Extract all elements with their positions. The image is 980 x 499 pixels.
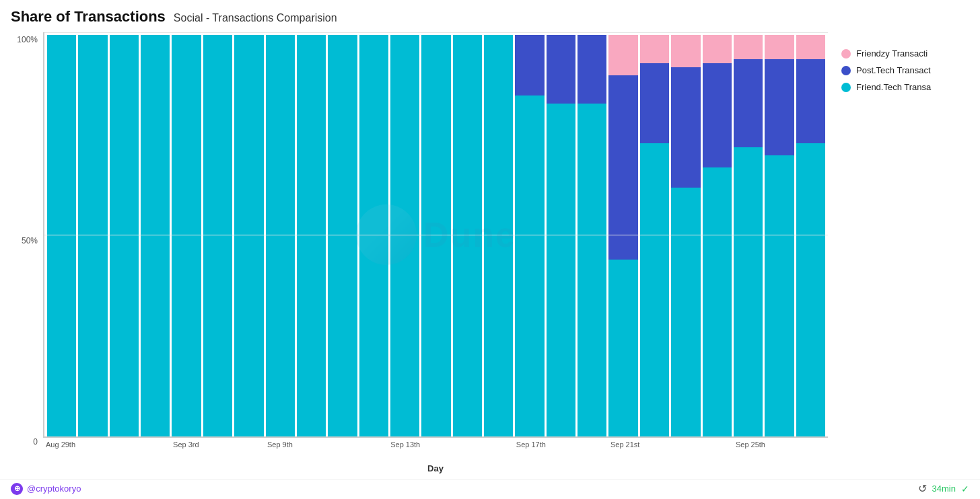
legend: Friendzy TransactiPost.Tech TransactFrie…	[828, 8, 969, 473]
bar-segment-friendzy	[671, 35, 700, 67]
check-icon: ✓	[961, 484, 969, 494]
bar-segment-friendtech	[266, 35, 295, 436]
legend-label-friendzy: Friendzy Transacti	[856, 48, 928, 59]
bar-group	[453, 35, 482, 436]
y-label-0: 0	[33, 437, 38, 447]
bar-segment-friendtech	[421, 35, 450, 436]
bar-segment-posttech	[640, 63, 669, 143]
refresh-icon[interactable]: ↺	[918, 482, 927, 495]
bar-segment-friendtech	[141, 35, 170, 436]
bar-group	[421, 35, 450, 436]
x-label: Sep 3rd	[173, 438, 199, 462]
bar-group	[484, 35, 513, 436]
chart-header: Share of Transactions Social - Transacti…	[11, 8, 828, 26]
bar-segment-friendtech	[608, 260, 637, 436]
bar-group	[734, 35, 763, 436]
bar-group	[110, 35, 139, 436]
bar-segment-friendtech	[671, 188, 700, 436]
bar-segment-friendzy	[796, 35, 825, 59]
bar-segment-friendtech	[203, 35, 232, 436]
x-label-group	[454, 438, 483, 462]
x-label-group	[641, 438, 671, 462]
bar-segment-posttech	[608, 75, 637, 260]
bar-segment-friendtech	[578, 104, 606, 437]
bar-group	[390, 35, 419, 436]
legend-dot-friendtech	[841, 83, 851, 92]
bar-group	[203, 35, 232, 436]
footer-right: ↺ 34min ✓	[918, 482, 969, 495]
x-label-group	[485, 438, 514, 462]
chart-inner: Dune Aug 29thSep 3rdSep 9thSep 13thSep 1…	[43, 32, 828, 473]
bar-group	[515, 35, 544, 436]
time-badge: 34min	[932, 484, 956, 494]
legend-item-friendtech: Friend.Tech Transa	[841, 82, 969, 92]
bars-container: Dune	[43, 32, 828, 438]
chart-wrapper: 100% 50% 0 % Share of Transactions	[11, 32, 828, 473]
main-container: Share of Transactions Social - Transacti…	[0, 0, 980, 479]
bar-group	[234, 35, 263, 436]
bar-segment-friendtech	[390, 35, 419, 436]
x-label-group	[328, 438, 357, 462]
x-label-group	[140, 438, 170, 462]
bar-group	[328, 35, 357, 436]
bar-segment-friendtech	[47, 35, 76, 436]
y-label-100: 100%	[17, 35, 38, 44]
x-label: Aug 29th	[46, 438, 75, 462]
bar-segment-posttech	[515, 35, 544, 95]
bar-group	[796, 35, 825, 436]
bar-group	[47, 35, 76, 436]
x-label-group: Sep 25th	[736, 438, 765, 462]
x-label-group	[234, 438, 264, 462]
bar-group	[547, 35, 575, 436]
legend-item-posttech: Post.Tech Transact	[841, 65, 969, 75]
x-label-group: Sep 3rd	[172, 438, 201, 462]
x-label-group	[297, 438, 326, 462]
x-label-group	[203, 438, 232, 462]
x-label-group	[767, 438, 797, 462]
bar-group	[172, 35, 201, 436]
legend-label-friendtech: Friend.Tech Transa	[856, 82, 931, 92]
bar-segment-friendtech	[172, 35, 201, 436]
bar-segment-friendzy	[734, 35, 763, 59]
x-label-group	[548, 438, 578, 462]
legend-item-friendzy: Friendzy Transacti	[841, 48, 969, 59]
bar-segment-friendtech	[734, 147, 763, 436]
bar-group	[640, 35, 669, 436]
bar-segment-posttech	[796, 59, 825, 143]
x-axis-title: Day	[43, 463, 828, 473]
bar-segment-friendzy	[703, 35, 732, 63]
bar-segment-friendtech	[297, 35, 326, 436]
bar-segment-friendzy	[608, 35, 637, 75]
bar-group	[703, 35, 732, 436]
dune-icon: ⊕	[11, 483, 23, 495]
bar-segment-friendtech	[110, 35, 139, 436]
bar-segment-friendzy	[765, 35, 794, 59]
bar-segment-friendtech	[234, 35, 263, 436]
x-label-group	[704, 438, 734, 462]
x-label: Sep 17th	[516, 438, 546, 462]
bar-segment-friendtech	[328, 35, 357, 436]
y-label-50: 50%	[22, 236, 38, 245]
x-label-group	[77, 438, 107, 462]
bar-group	[297, 35, 326, 436]
x-label-group: Aug 29th	[46, 438, 75, 462]
x-label-group: Sep 9th	[265, 438, 295, 462]
x-label: Sep 21st	[610, 438, 639, 462]
bar-segment-friendzy	[640, 35, 669, 63]
chart-title: Share of Transactions	[11, 8, 166, 26]
bar-segment-posttech	[703, 63, 732, 167]
x-label: Sep 9th	[267, 438, 293, 462]
legend-label-posttech: Post.Tech Transact	[856, 65, 931, 75]
x-label-group: Sep 13th	[390, 438, 420, 462]
bar-segment-friendtech	[765, 155, 794, 436]
x-label-group	[359, 438, 389, 462]
bar-segment-posttech	[765, 59, 794, 155]
bar-segment-posttech	[734, 59, 763, 147]
bar-segment-friendtech	[515, 95, 544, 436]
bar-group	[141, 35, 170, 436]
chart-area: Share of Transactions Social - Transacti…	[11, 8, 828, 473]
bar-segment-posttech	[578, 35, 606, 103]
footer: ⊕ @cryptokoryo ↺ 34min ✓	[0, 479, 980, 499]
x-label-group	[109, 438, 139, 462]
x-label-group	[673, 438, 703, 462]
